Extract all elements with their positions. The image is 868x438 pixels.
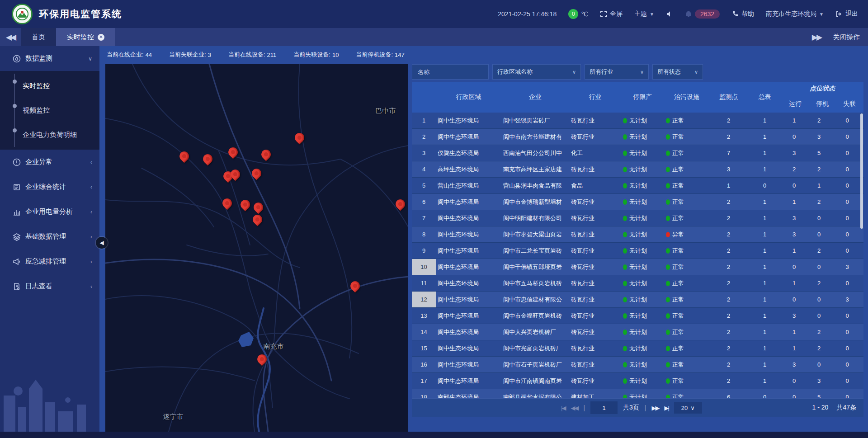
- cell-monitor-points: 2: [709, 280, 748, 287]
- status-filter-select[interactable]: 所有状态∨: [652, 64, 703, 80]
- close-operations-button[interactable]: 关闭操作: [833, 33, 860, 42]
- cell-stop-production: 无计划: [621, 165, 664, 174]
- table-row[interactable]: 14 阆中生态环境局 阆中大兴页岩机砖厂 砖瓦行业 无计划 正常 2 1 1 2…: [412, 324, 863, 340]
- logout-button[interactable]: 退出: [835, 10, 858, 18]
- sidebar-group-log-view[interactable]: 日志查看‹: [0, 274, 99, 299]
- table-row[interactable]: 13 阆中生态环境局 阆中市金福旺页岩机砖 砖瓦行业 无计划 正常 2 1 3 …: [412, 308, 863, 324]
- prev-page-button[interactable]: ◀◀: [571, 405, 578, 411]
- cell-monitor-points: 3: [709, 166, 748, 173]
- table-body: 1 阆中生态环境局 阆中强锐页岩砖厂 砖瓦行业 无计划 正常 2 1 1 2 0…: [412, 113, 863, 398]
- sidebar-item-realtime-monitor[interactable]: 实时监控: [0, 74, 99, 98]
- region-filter-select[interactable]: 行政区域名称∨: [492, 64, 581, 80]
- cell-stopped: 2: [807, 117, 831, 124]
- tab-realtime-monitor[interactable]: 实时监控 ✕: [56, 28, 115, 46]
- table-scrollbar[interactable]: [860, 113, 863, 229]
- table-row[interactable]: 3 仪陇生态环境局 西南油气田分公司川中 化工 无计划 正常 7 1 3 5 0: [412, 145, 863, 161]
- sidebar-group-base-data[interactable]: 基础数据管理‹: [0, 224, 99, 249]
- cell-stopped: 2: [807, 280, 831, 287]
- table-row[interactable]: 1 阆中生态环境局 阆中强锐页岩砖厂 砖瓦行业 无计划 正常 2 1 1 2 0: [412, 113, 863, 129]
- sidebar-group-power-analysis[interactable]: 企业用电量分析‹: [0, 199, 99, 224]
- cell-industry: 砖瓦行业: [569, 344, 621, 353]
- chevron-down-icon: ▼: [819, 12, 824, 17]
- sidebar-group-company-abnormal[interactable]: 企业异常‹: [0, 150, 99, 174]
- page-number-input[interactable]: [590, 401, 618, 414]
- cell-stop-production: 无计划: [621, 133, 664, 141]
- table-row[interactable]: 9 阆中生态环境局 阆中市二龙长宝页岩砖 砖瓦行业 无计划 正常 2 1 1 2…: [412, 243, 863, 259]
- status-dot-icon: [623, 297, 627, 302]
- cell-total-meter: 1: [748, 215, 782, 221]
- status-dot-icon: [666, 199, 670, 205]
- page-size-select[interactable]: 20∨: [674, 402, 702, 414]
- pagination-divider: |: [583, 404, 585, 411]
- cell-district: 阆中生态环境局: [436, 231, 501, 239]
- cell-total-meter: 1: [748, 264, 782, 270]
- stat-label: 当前停机设备:: [356, 51, 393, 59]
- tabs-scroll-right-button[interactable]: ▶▶: [812, 33, 821, 42]
- sound-button[interactable]: [666, 10, 673, 18]
- cell-company: 南充市高坪区王家店建: [501, 165, 569, 174]
- fullscreen-button[interactable]: 全屏: [600, 10, 623, 18]
- cell-stop-production: 无计划: [621, 312, 664, 320]
- industry-filter-select[interactable]: 所有行业∨: [585, 64, 649, 80]
- table-row[interactable]: 18 南部生态环境局 南部县砚华水泥有限公 建材加工 无计划 正常 6 0 0 …: [412, 389, 863, 398]
- next-page-button[interactable]: ▶▶: [651, 405, 659, 411]
- cell-stopped: 0: [807, 215, 831, 221]
- cell-lost: 3: [831, 296, 863, 303]
- theme-menu[interactable]: 主题▼: [634, 10, 654, 18]
- cell-running: 0: [782, 182, 807, 189]
- cell-company: 西南油气田分公司川中: [501, 149, 569, 157]
- table-row[interactable]: 5 营山生态环境局 营山县润丰肉食品有限 食品 无计划 正常 1 0 0 1 0: [412, 178, 863, 194]
- chevron-left-icon: ‹: [90, 234, 92, 240]
- table-row[interactable]: 17 阆中生态环境局 阆中市江南镇阆南页岩 砖瓦行业 无计划 正常 2 1 0 …: [412, 373, 863, 389]
- sidebar-group-emission-reduction[interactable]: 应急减排管理‹: [0, 249, 99, 274]
- cell-industry: 砖瓦行业: [569, 279, 621, 287]
- cell-stopped: 0: [807, 231, 831, 238]
- last-page-button[interactable]: ▶|: [664, 405, 668, 411]
- cell-district: 阆中生态环境局: [436, 133, 501, 141]
- layers-icon: [13, 233, 21, 241]
- cell-index: 13: [412, 308, 436, 324]
- table-row[interactable]: 8 阆中生态环境局 阆中市枣碧大梁山页岩 砖瓦行业 无计划 异常 2 1 3 0…: [412, 226, 863, 243]
- cell-stop-production: 无计划: [621, 214, 664, 222]
- cell-monitor-points: 7: [709, 150, 748, 156]
- first-page-button[interactable]: |◀: [561, 405, 565, 411]
- datetime: 2021-02-25 17:46:18: [498, 10, 557, 18]
- name-filter-field[interactable]: [412, 64, 489, 80]
- cell-monitor-points: 2: [709, 329, 748, 335]
- cell-stopped: 3: [807, 377, 831, 384]
- name-filter-input[interactable]: [417, 68, 484, 76]
- cell-index: 3: [412, 145, 436, 161]
- sidebar-collapse-button[interactable]: ◀: [96, 237, 108, 249]
- notifications[interactable]: 2632: [685, 9, 720, 19]
- table-row[interactable]: 2 阆中生态环境局 阆中市南方节能建材有 砖瓦行业 无计划 正常 2 1 0 3…: [412, 129, 863, 145]
- cell-industry: 砖瓦行业: [569, 165, 621, 174]
- sidebar-item-power-load-detail[interactable]: 企业电力负荷明细: [0, 122, 99, 147]
- help-button[interactable]: 帮助: [731, 10, 754, 18]
- table-row[interactable]: 7 阆中生态环境局 阆中明阳建材有限公司 砖瓦行业 无计划 正常 2 1 3 0…: [412, 210, 863, 226]
- table-row[interactable]: 4 高坪生态环境局 南充市高坪区王家店建 砖瓦行业 无计划 正常 3 1 2 2…: [412, 161, 863, 178]
- cell-index: 1: [412, 113, 436, 128]
- user-org-menu[interactable]: 南充市生态环境局▼: [766, 10, 824, 18]
- table-row[interactable]: 6 阆中生态环境局 阆中市金博瑞新型墙材 砖瓦行业 无计划 正常 2 1 1 2…: [412, 194, 863, 210]
- tab-close-icon[interactable]: ✕: [98, 34, 104, 41]
- table-row[interactable]: 10 阆中生态环境局 阆中千佛镇五郎垭页岩 砖瓦行业 无计划 正常 2 1 0 …: [412, 259, 863, 275]
- sidebar-group-data-monitor[interactable]: 数据监测 ∨: [0, 46, 99, 71]
- table-row[interactable]: 16 阆中生态环境局 阆中市石子页岩机砖厂 砖瓦行业 无计划 正常 2 1 3 …: [412, 357, 863, 373]
- map-panel[interactable]: 巴中市南充市遂宁市: [105, 64, 408, 432]
- sidebar-item-video-monitor[interactable]: 视频监控: [0, 98, 99, 122]
- table-row[interactable]: 12 阆中生态环境局 阆中市忠信建材有限公 砖瓦行业 无计划 正常 2 1 0 …: [412, 292, 863, 308]
- map-city-label: 遂宁市: [163, 413, 184, 421]
- cell-district: 阆中生态环境局: [436, 296, 501, 304]
- tab-home[interactable]: 首页: [21, 28, 56, 46]
- table-row[interactable]: 11 阆中生态环境局 阆中市五马桥页岩机砖 砖瓦行业 无计划 正常 2 1 1 …: [412, 275, 863, 292]
- table-row[interactable]: 15 阆中生态环境局 阆中市光富页岩机砖厂 砖瓦行业 无计划 正常 2 1 1 …: [412, 340, 863, 357]
- tabs-scroll-left-button[interactable]: ◀◀: [0, 28, 21, 46]
- sidebar-group-company-statistics[interactable]: 企业综合统计‹: [0, 174, 99, 199]
- cell-pollution-facility: 正常: [664, 279, 709, 287]
- cell-company: 阆中大兴页岩机砖厂: [501, 328, 569, 336]
- total-pages-label: 共3页: [623, 404, 639, 412]
- cell-index: 11: [412, 275, 436, 291]
- status-dot-icon: [666, 151, 670, 156]
- col-point-status-group: 点位状态 运行 停机 失联: [782, 82, 863, 113]
- speaker-icon: [666, 10, 673, 18]
